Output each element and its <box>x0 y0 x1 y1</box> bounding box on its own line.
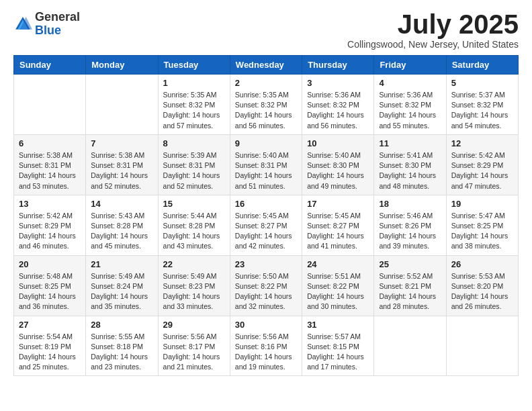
day-number: 1 <box>163 78 225 88</box>
day-info: Sunrise: 5:48 AM Sunset: 8:25 PM Dayligh… <box>19 271 81 312</box>
day-info: Sunrise: 5:53 AM Sunset: 8:20 PM Dayligh… <box>451 271 513 312</box>
day-info: Sunrise: 5:55 AM Sunset: 8:18 PM Dayligh… <box>91 332 152 373</box>
day-number: 29 <box>163 320 225 330</box>
calendar-cell: 10Sunrise: 5:40 AM Sunset: 8:30 PM Dayli… <box>302 134 374 195</box>
col-header-saturday: Saturday <box>446 56 518 75</box>
day-info: Sunrise: 5:42 AM Sunset: 8:29 PM Dayligh… <box>19 211 81 252</box>
calendar-table: SundayMondayTuesdayWednesdayThursdayFrid… <box>13 55 519 376</box>
calendar-cell: 7Sunrise: 5:38 AM Sunset: 8:31 PM Daylig… <box>86 134 158 195</box>
calendar-cell: 24Sunrise: 5:51 AM Sunset: 8:22 PM Dayli… <box>302 255 374 316</box>
day-info: Sunrise: 5:56 AM Sunset: 8:17 PM Dayligh… <box>163 332 225 373</box>
calendar-cell: 1Sunrise: 5:35 AM Sunset: 8:32 PM Daylig… <box>158 75 230 135</box>
col-header-thursday: Thursday <box>302 56 374 75</box>
day-number: 11 <box>379 138 441 148</box>
day-number: 12 <box>451 138 513 148</box>
calendar-cell: 20Sunrise: 5:48 AM Sunset: 8:25 PM Dayli… <box>14 255 86 316</box>
calendar-header-row: SundayMondayTuesdayWednesdayThursdayFrid… <box>14 56 519 75</box>
calendar-cell: 14Sunrise: 5:43 AM Sunset: 8:28 PM Dayli… <box>86 195 158 255</box>
day-number: 10 <box>307 138 369 148</box>
calendar-cell: 6Sunrise: 5:38 AM Sunset: 8:31 PM Daylig… <box>14 134 86 195</box>
calendar-cell: 22Sunrise: 5:49 AM Sunset: 8:23 PM Dayli… <box>158 255 230 316</box>
calendar-cell <box>446 316 518 376</box>
day-info: Sunrise: 5:45 AM Sunset: 8:27 PM Dayligh… <box>235 211 297 252</box>
day-number: 14 <box>91 199 152 209</box>
day-info: Sunrise: 5:46 AM Sunset: 8:26 PM Dayligh… <box>379 211 441 252</box>
col-header-friday: Friday <box>374 56 446 75</box>
day-info: Sunrise: 5:41 AM Sunset: 8:30 PM Dayligh… <box>379 150 441 191</box>
calendar-cell: 2Sunrise: 5:35 AM Sunset: 8:32 PM Daylig… <box>230 75 302 135</box>
page-header: General Blue July 2025 Collingswood, New… <box>13 11 519 50</box>
day-number: 13 <box>19 199 81 209</box>
day-info: Sunrise: 5:54 AM Sunset: 8:19 PM Dayligh… <box>19 332 81 373</box>
day-info: Sunrise: 5:35 AM Sunset: 8:32 PM Dayligh… <box>235 90 297 131</box>
day-info: Sunrise: 5:45 AM Sunset: 8:27 PM Dayligh… <box>307 211 369 252</box>
calendar-cell: 12Sunrise: 5:42 AM Sunset: 8:29 PM Dayli… <box>446 134 518 195</box>
calendar-cell: 26Sunrise: 5:53 AM Sunset: 8:20 PM Dayli… <box>446 255 518 316</box>
logo-icon <box>13 15 32 34</box>
calendar-cell: 28Sunrise: 5:55 AM Sunset: 8:18 PM Dayli… <box>86 316 158 376</box>
title-block: July 2025 Collingswood, New Jersey, Unit… <box>347 11 519 50</box>
logo-general: General <box>35 10 80 24</box>
day-number: 25 <box>379 259 441 269</box>
col-header-wednesday: Wednesday <box>230 56 302 75</box>
col-header-monday: Monday <box>86 56 158 75</box>
day-info: Sunrise: 5:39 AM Sunset: 8:31 PM Dayligh… <box>163 150 225 191</box>
calendar-cell: 30Sunrise: 5:56 AM Sunset: 8:16 PM Dayli… <box>230 316 302 376</box>
day-info: Sunrise: 5:49 AM Sunset: 8:23 PM Dayligh… <box>163 271 225 312</box>
col-header-sunday: Sunday <box>14 56 86 75</box>
day-info: Sunrise: 5:43 AM Sunset: 8:28 PM Dayligh… <box>91 211 152 252</box>
day-info: Sunrise: 5:40 AM Sunset: 8:31 PM Dayligh… <box>235 150 297 191</box>
day-info: Sunrise: 5:38 AM Sunset: 8:31 PM Dayligh… <box>19 150 81 191</box>
day-number: 31 <box>307 320 369 330</box>
calendar-cell <box>14 75 86 135</box>
day-number: 24 <box>307 259 369 269</box>
day-number: 5 <box>451 78 513 88</box>
day-info: Sunrise: 5:38 AM Sunset: 8:31 PM Dayligh… <box>91 150 152 191</box>
day-number: 17 <box>307 199 369 209</box>
calendar-cell <box>374 316 446 376</box>
day-info: Sunrise: 5:50 AM Sunset: 8:22 PM Dayligh… <box>235 271 297 312</box>
day-number: 9 <box>235 138 297 148</box>
day-info: Sunrise: 5:57 AM Sunset: 8:15 PM Dayligh… <box>307 332 369 373</box>
day-info: Sunrise: 5:42 AM Sunset: 8:29 PM Dayligh… <box>451 150 513 191</box>
logo-blue: Blue <box>35 24 61 37</box>
day-number: 18 <box>379 199 441 209</box>
calendar-cell: 17Sunrise: 5:45 AM Sunset: 8:27 PM Dayli… <box>302 195 374 255</box>
logo: General Blue <box>13 11 80 38</box>
day-info: Sunrise: 5:56 AM Sunset: 8:16 PM Dayligh… <box>235 332 297 373</box>
calendar-cell <box>86 75 158 135</box>
day-info: Sunrise: 5:40 AM Sunset: 8:30 PM Dayligh… <box>307 150 369 191</box>
day-number: 7 <box>91 138 152 148</box>
calendar-week-row: 1Sunrise: 5:35 AM Sunset: 8:32 PM Daylig… <box>14 75 519 135</box>
day-number: 15 <box>163 199 225 209</box>
day-info: Sunrise: 5:36 AM Sunset: 8:32 PM Dayligh… <box>307 90 369 131</box>
day-number: 19 <box>451 199 513 209</box>
day-number: 6 <box>19 138 81 148</box>
month-title: July 2025 <box>347 11 519 38</box>
day-number: 20 <box>19 259 81 269</box>
calendar-cell: 15Sunrise: 5:44 AM Sunset: 8:28 PM Dayli… <box>158 195 230 255</box>
calendar-week-row: 6Sunrise: 5:38 AM Sunset: 8:31 PM Daylig… <box>14 134 519 195</box>
day-number: 30 <box>235 320 297 330</box>
day-info: Sunrise: 5:35 AM Sunset: 8:32 PM Dayligh… <box>163 90 225 131</box>
calendar-cell: 27Sunrise: 5:54 AM Sunset: 8:19 PM Dayli… <box>14 316 86 376</box>
calendar-week-row: 20Sunrise: 5:48 AM Sunset: 8:25 PM Dayli… <box>14 255 519 316</box>
calendar-cell: 18Sunrise: 5:46 AM Sunset: 8:26 PM Dayli… <box>374 195 446 255</box>
day-info: Sunrise: 5:47 AM Sunset: 8:25 PM Dayligh… <box>451 211 513 252</box>
day-number: 28 <box>91 320 152 330</box>
day-info: Sunrise: 5:52 AM Sunset: 8:21 PM Dayligh… <box>379 271 441 312</box>
calendar-cell: 9Sunrise: 5:40 AM Sunset: 8:31 PM Daylig… <box>230 134 302 195</box>
day-number: 21 <box>91 259 152 269</box>
calendar-cell: 8Sunrise: 5:39 AM Sunset: 8:31 PM Daylig… <box>158 134 230 195</box>
day-number: 2 <box>235 78 297 88</box>
calendar-week-row: 13Sunrise: 5:42 AM Sunset: 8:29 PM Dayli… <box>14 195 519 255</box>
day-number: 26 <box>451 259 513 269</box>
day-number: 3 <box>307 78 369 88</box>
day-info: Sunrise: 5:51 AM Sunset: 8:22 PM Dayligh… <box>307 271 369 312</box>
col-header-tuesday: Tuesday <box>158 56 230 75</box>
day-info: Sunrise: 5:49 AM Sunset: 8:24 PM Dayligh… <box>91 271 152 312</box>
day-info: Sunrise: 5:37 AM Sunset: 8:32 PM Dayligh… <box>451 90 513 131</box>
calendar-cell: 23Sunrise: 5:50 AM Sunset: 8:22 PM Dayli… <box>230 255 302 316</box>
calendar-cell: 21Sunrise: 5:49 AM Sunset: 8:24 PM Dayli… <box>86 255 158 316</box>
day-info: Sunrise: 5:44 AM Sunset: 8:28 PM Dayligh… <box>163 211 225 252</box>
